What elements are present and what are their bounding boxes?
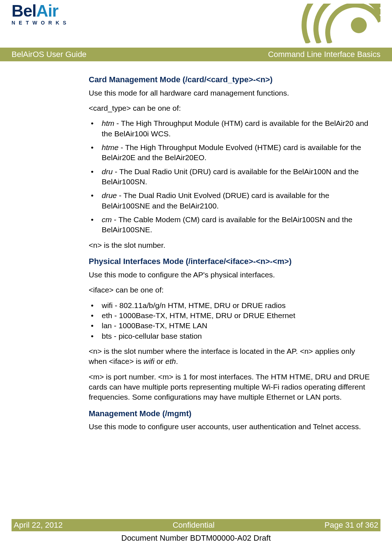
list-item: eth - 1000Base-TX, HTM, HTME, DRU or DRU… — [89, 311, 374, 321]
footer-date: April 22, 2012 — [14, 520, 63, 530]
card-trail: <n> is the slot number. — [89, 240, 374, 250]
chapter-title: Command Line Interface Basics — [268, 50, 380, 59]
n-pre: <n> is the slot number where the interfa… — [89, 347, 355, 365]
iface-m-text: <m> is port number. <m> is 1 for most in… — [89, 372, 374, 403]
heading-management-mode: Management Mode (/mgmt) — [89, 408, 374, 419]
term: htm — [102, 119, 114, 127]
n-post: . — [176, 357, 178, 365]
desc: - The High Throughput Module Evolved (HT… — [102, 143, 361, 162]
swirl-icon — [287, 4, 380, 43]
list-item: wifi - 802.11a/b/g/n HTM, HTME, DRU or D… — [89, 300, 374, 311]
card-intro: Use this mode for all hardware card mana… — [89, 88, 374, 98]
list-item: htme - The High Throughput Module Evolve… — [89, 142, 374, 163]
logo-subtext: NETWORKS — [12, 20, 70, 26]
iface-intro: Use this mode to configure the AP's phys… — [89, 270, 374, 280]
mgmt-intro: Use this mode to configure user accounts… — [89, 422, 374, 432]
footer-bar: April 22, 2012 Confidential Page 31 of 3… — [12, 519, 380, 531]
list-item: lan - 1000Base-TX, HTME LAN — [89, 321, 374, 331]
logo-suffix: Air — [36, 1, 58, 20]
iface-n-text: <n> is the slot number where the interfa… — [89, 346, 374, 367]
list-item: dru - The Dual Radio Unit (DRU) card is … — [89, 167, 374, 187]
card-type-list: htm - The High Throughput Module (HTM) c… — [89, 118, 374, 235]
desc: - The Dual Radio Unit Evolved (DRUE) car… — [102, 191, 329, 210]
term: dru — [102, 167, 113, 176]
card-lead: <card_type> can be one of: — [89, 103, 374, 113]
term: drue — [102, 191, 117, 199]
term: htme — [102, 143, 119, 151]
list-item: cm - The Cable Modem (CM) card is availa… — [89, 215, 374, 235]
svg-point-1 — [351, 17, 367, 33]
heading-physical-interfaces: Physical Interfaces Mode (/interface/<if… — [89, 256, 374, 267]
list-item: bts - pico-cellular base station — [89, 331, 374, 341]
n-mid: or — [154, 357, 165, 365]
logo-prefix: Bel — [12, 1, 36, 20]
desc: - The Cable Modem (CM) card is available… — [102, 215, 352, 234]
title-bar: BelAirOS User Guide Command Line Interfa… — [0, 48, 392, 61]
footer-page: Page 31 of 362 — [325, 520, 378, 530]
desc: - The High Throughput Module (HTM) card … — [102, 119, 368, 137]
iface-lead: <iface> can be one of: — [89, 285, 374, 295]
content: Card Management Mode (/card/<card_type>-… — [0, 61, 392, 444]
logo: BelAir NETWORKS — [12, 4, 70, 26]
term-eth: eth — [165, 357, 176, 365]
footer-confidential: Confidential — [173, 520, 215, 530]
term: cm — [102, 215, 112, 224]
desc: - The Dual Radio Unit (DRU) card is avai… — [102, 167, 359, 186]
list-item: htm - The High Throughput Module (HTM) c… — [89, 118, 374, 139]
list-item: drue - The Dual Radio Unit Evolved (DRUE… — [89, 190, 374, 211]
term-wifi: wifi — [144, 357, 154, 365]
iface-list: wifi - 802.11a/b/g/n HTM, HTME, DRU or D… — [89, 300, 374, 341]
doc-title: BelAirOS User Guide — [12, 50, 87, 59]
heading-card-management: Card Management Mode (/card/<card_type>-… — [89, 74, 374, 85]
page-header: BelAir NETWORKS — [0, 0, 392, 48]
document-number: Document Number BDTM00000-A02 Draft — [0, 533, 392, 543]
